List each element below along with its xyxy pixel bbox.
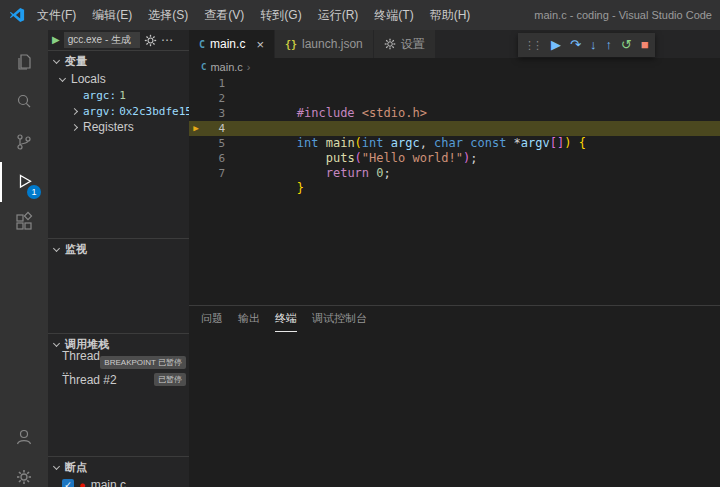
code-token: char const xyxy=(434,136,513,150)
json-file-icon: {} xyxy=(285,39,297,50)
thread-row[interactable]: Thread ... BREAKPOINT 已暂停 xyxy=(48,354,189,371)
variables-section-header[interactable]: 变量 xyxy=(48,51,189,71)
continue-button[interactable]: ▶ xyxy=(551,33,561,57)
chevron-down-icon xyxy=(53,339,60,346)
breakpoint-row[interactable]: ✓ ● main.c xyxy=(48,477,189,487)
tab-main-c[interactable]: C main.c × xyxy=(189,30,275,58)
expand-chevron-icon xyxy=(71,123,78,130)
line-text: puts("Hello world!"); xyxy=(225,121,477,136)
thread-row[interactable]: Thread #2 已暂停 xyxy=(48,371,189,388)
stop-button[interactable]: ■ xyxy=(641,33,649,57)
code-line[interactable]: ▶ 7 xyxy=(189,166,720,181)
pause-reason-badge: BREAKPOINT 已暂停 xyxy=(100,356,186,369)
breakpoint-list: ✓ ● main.c xyxy=(48,477,189,487)
chevron-down-icon xyxy=(53,244,60,251)
terminal-row: 尝试新的跨平台 PowerShell https://aka.ms/pscore… xyxy=(198,374,720,387)
locals-group[interactable]: Locals xyxy=(48,71,189,87)
registers-group[interactable]: Registers xyxy=(48,119,189,135)
variable-row[interactable]: argc: 1 xyxy=(48,87,189,103)
debug-launch-toolbar: ▶ gcc.exe - 生成 ⋯ xyxy=(48,30,189,50)
debug-current-line-arrow-icon: ▶ xyxy=(189,121,203,136)
manage-gear-icon[interactable] xyxy=(0,457,48,487)
tab-label: launch.json xyxy=(302,37,363,51)
registers-label: Registers xyxy=(83,120,134,134)
source-control-icon[interactable] xyxy=(0,122,48,162)
locals-label: Locals xyxy=(71,72,106,86)
terminal[interactable]: 尝试新的跨平台 PowerShell https://aka.ms/pscore… xyxy=(189,332,720,487)
code-line[interactable]: ▶ 4 puts("Hello world!"); xyxy=(189,121,720,136)
restart-button[interactable]: ↺ xyxy=(621,33,632,57)
menu-item[interactable]: 选择(S) xyxy=(140,0,196,30)
chevron-down-icon xyxy=(53,462,60,469)
variable-value: 0x2c3bdfe15e0 xyxy=(119,105,189,118)
menu-item[interactable]: 查看(V) xyxy=(196,0,252,30)
breakpoint-checkbox[interactable]: ✓ xyxy=(62,479,74,487)
start-debug-button[interactable]: ▶ xyxy=(52,30,60,50)
terminal-row: Hello world! xyxy=(198,436,720,449)
section-title: 监视 xyxy=(65,242,87,257)
panel-tab[interactable]: 输出 xyxy=(238,306,260,332)
close-icon[interactable]: × xyxy=(256,38,264,51)
menu-item[interactable]: 帮助(H) xyxy=(422,0,479,30)
breakpoint-dot-icon: ● xyxy=(79,479,86,487)
section-title: 断点 xyxy=(65,460,87,475)
activity-bar: 1 xyxy=(0,30,48,487)
code-line[interactable]: ▶ 3 int main(int argc, char const *argv[… xyxy=(189,106,720,121)
code-token: puts xyxy=(326,151,355,165)
extensions-icon[interactable] xyxy=(0,202,48,242)
breakpoints-section-header[interactable]: 断点 xyxy=(48,457,189,477)
code-line[interactable]: ▶ 1 #include <stdio.h> xyxy=(189,76,720,91)
views-more-button[interactable]: ⋯ xyxy=(161,30,173,50)
line-text: #include <stdio.h> xyxy=(225,76,427,91)
variable-name: argc: xyxy=(83,89,116,102)
variable-row[interactable]: argv: 0x2c3bdfe15e0 xyxy=(48,103,189,119)
menu-item[interactable]: 终端(T) xyxy=(366,0,421,30)
code-token: "Hello world!" xyxy=(362,151,463,165)
launch-config-gear-button[interactable] xyxy=(144,34,157,47)
variable-value: 1 xyxy=(119,89,126,102)
menu-bar: 文件(F)编辑(E)选择(S)查看(V)转到(G)运行(R)终端(T)帮助(H) xyxy=(29,0,478,30)
panel-tab[interactable]: 问题 xyxy=(201,306,223,332)
expand-chevron-icon[interactable] xyxy=(71,107,78,114)
line-number: 7 xyxy=(203,166,225,181)
tab-label: 设置 xyxy=(401,36,425,53)
explorer-icon[interactable] xyxy=(0,42,48,82)
menu-item[interactable]: 转到(G) xyxy=(252,0,309,30)
debug-config-select[interactable]: gcc.exe - 生成 xyxy=(64,32,140,48)
code-area[interactable]: ▶ 1 #include <stdio.h> ▶ 2 ▶ 3 int main(… xyxy=(189,76,720,181)
line-number: 5 xyxy=(203,136,225,151)
account-icon[interactable] xyxy=(0,417,48,457)
step-out-button[interactable]: ↑ xyxy=(605,33,612,57)
line-number: 1 xyxy=(203,76,225,91)
code-token: ; xyxy=(470,151,477,165)
line-number: 2 xyxy=(203,91,225,106)
chevron-right-icon: › xyxy=(247,61,251,73)
watch-section-header[interactable]: 监视 xyxy=(48,239,189,259)
line-number: 3 xyxy=(203,106,225,121)
menu-item[interactable]: 运行(R) xyxy=(310,0,367,30)
menu-item[interactable]: 编辑(E) xyxy=(84,0,140,30)
breadcrumb[interactable]: C main.c › xyxy=(189,58,720,76)
step-over-button[interactable]: ↷ xyxy=(570,33,581,57)
tab-launch-json[interactable]: {} launch.json xyxy=(275,30,374,58)
line-number: 6 xyxy=(203,151,225,166)
step-into-button[interactable]: ↓ xyxy=(590,33,597,57)
code-line[interactable]: ▶ 2 xyxy=(189,91,720,106)
tab-settings[interactable]: 设置 xyxy=(374,30,436,58)
line-text xyxy=(225,166,311,181)
terminal-row: PS C:\Users\locie\Documents\coding> & 'c… xyxy=(198,399,720,412)
line-text: return 0; xyxy=(225,136,391,151)
panel-tab[interactable]: 终端 xyxy=(275,306,297,332)
menu-item[interactable]: 文件(F) xyxy=(29,0,84,30)
run-debug-icon[interactable]: 1 xyxy=(0,162,48,202)
title-bar: 文件(F)编辑(E)选择(S)查看(V)转到(G)运行(R)终端(T)帮助(H)… xyxy=(0,0,720,30)
drag-handle-icon[interactable]: ⋮⋮ xyxy=(524,39,540,52)
c-file-icon: C xyxy=(201,62,206,72)
breadcrumb-file[interactable]: main.c xyxy=(210,61,242,73)
variable-name: argv: xyxy=(83,105,116,118)
search-icon[interactable] xyxy=(0,82,48,122)
variables-section: 变量 Locals argc: 1 argv: 0x2c3bdfe15e0 Re… xyxy=(48,50,189,238)
line-text: } xyxy=(225,151,311,166)
gear-icon xyxy=(384,38,396,50)
panel-tab[interactable]: 调试控制台 xyxy=(312,306,367,332)
